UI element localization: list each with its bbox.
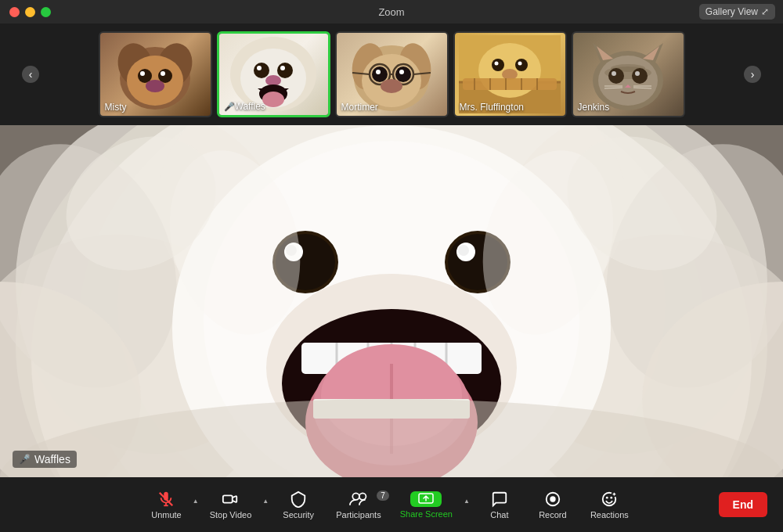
unmute-label: Unmute bbox=[151, 510, 182, 519]
stop-video-label: Stop Video bbox=[210, 510, 252, 519]
end-label: End bbox=[733, 498, 753, 511]
svg-point-123 bbox=[550, 496, 555, 501]
svg-point-60 bbox=[635, 71, 640, 76]
thumbnails-list: Misty 🎤 Waffles bbox=[44, 31, 739, 117]
chat-button[interactable]: Chat bbox=[473, 486, 526, 524]
svg-point-38 bbox=[495, 62, 499, 66]
reactions-button[interactable]: Reactions bbox=[579, 486, 640, 524]
stop-video-button[interactable]: Stop Video bbox=[202, 486, 260, 524]
microphone-icon bbox=[157, 491, 175, 508]
thumbnail-name-mortimer: Mortimer bbox=[341, 102, 378, 113]
end-button[interactable]: End bbox=[719, 492, 767, 517]
svg-point-52 bbox=[598, 56, 658, 106]
stop-video-arrow[interactable]: ▲ bbox=[259, 493, 272, 517]
chat-label: Chat bbox=[490, 510, 508, 519]
record-button[interactable]: Record bbox=[526, 486, 579, 524]
security-button[interactable]: Security bbox=[272, 486, 325, 524]
svg-point-120 bbox=[359, 493, 366, 500]
share-screen-icon-wrap bbox=[410, 491, 442, 507]
unmute-split-button[interactable]: Unmute ▲ bbox=[143, 486, 201, 524]
unmute-button[interactable]: Unmute bbox=[143, 486, 189, 524]
maximize-button[interactable] bbox=[41, 7, 51, 17]
participants-label: Participants bbox=[336, 510, 381, 519]
svg-point-15 bbox=[265, 75, 281, 86]
window-controls bbox=[9, 7, 51, 17]
share-screen-arrow[interactable]: ▲ bbox=[460, 493, 473, 517]
thumbnail-waffles[interactable]: 🎤 Waffles bbox=[217, 31, 330, 117]
svg-point-56 bbox=[632, 68, 648, 84]
share-screen-button[interactable]: Share Screen bbox=[392, 487, 460, 523]
thumbnail-mortimer[interactable]: Mortimer bbox=[335, 31, 449, 117]
reactions-label: Reactions bbox=[590, 510, 629, 519]
close-button[interactable] bbox=[9, 7, 20, 17]
svg-point-23 bbox=[395, 66, 411, 82]
svg-point-119 bbox=[352, 493, 359, 500]
prev-thumbnail-button[interactable]: ‹ bbox=[22, 66, 39, 83]
expand-icon: ⤢ bbox=[761, 6, 769, 17]
thumbnail-misty[interactable]: Misty bbox=[99, 31, 212, 117]
participants-icon bbox=[349, 491, 368, 508]
camera-icon bbox=[222, 491, 239, 508]
chat-icon bbox=[491, 491, 508, 508]
participants-button-wrap: Participants 7 bbox=[325, 486, 392, 524]
titlebar: Zoom Gallery View ⤢ bbox=[0, 0, 783, 23]
svg-point-11 bbox=[254, 63, 269, 78]
svg-point-25 bbox=[399, 70, 404, 74]
svg-point-39 bbox=[518, 62, 522, 66]
svg-point-6 bbox=[140, 71, 145, 76]
gallery-view-button[interactable]: Gallery View ⤢ bbox=[699, 4, 775, 20]
next-thumbnail-button[interactable]: › bbox=[744, 66, 761, 83]
main-video-name-badge: 🎤 Waffles bbox=[13, 451, 77, 468]
svg-rect-118 bbox=[223, 495, 233, 502]
svg-point-22 bbox=[372, 66, 388, 82]
svg-point-125 bbox=[606, 496, 608, 498]
thumbnail-name-waffles: Waffles bbox=[235, 101, 265, 112]
participants-count-badge: 7 bbox=[377, 491, 389, 501]
thumbnail-name-misty: Misty bbox=[105, 102, 127, 113]
thumbnail-jenkins[interactable]: Jenkins bbox=[572, 31, 685, 117]
unmute-arrow[interactable]: ▲ bbox=[189, 493, 202, 517]
waffles-mic-icon: 🎤 bbox=[224, 102, 235, 112]
record-icon bbox=[544, 491, 561, 508]
svg-point-12 bbox=[277, 63, 293, 78]
svg-point-126 bbox=[611, 496, 613, 498]
svg-point-31 bbox=[381, 79, 402, 93]
svg-point-40 bbox=[502, 69, 518, 80]
stop-video-split-button[interactable]: Stop Video ▲ bbox=[202, 486, 272, 524]
svg-point-7 bbox=[161, 71, 165, 76]
svg-point-55 bbox=[608, 68, 624, 84]
svg-point-4 bbox=[138, 69, 152, 83]
record-label: Record bbox=[539, 510, 566, 519]
main-video: 🎤 Waffles bbox=[0, 125, 783, 477]
gallery-view-label: Gallery View bbox=[705, 6, 758, 17]
svg-point-90 bbox=[458, 245, 469, 256]
svg-point-13 bbox=[257, 66, 262, 70]
app-title: Zoom bbox=[378, 6, 404, 18]
security-label: Security bbox=[283, 510, 314, 519]
svg-point-36 bbox=[492, 59, 504, 71]
reactions-icon bbox=[601, 491, 618, 508]
thumbnails-bar: ‹ Misty bbox=[0, 23, 783, 125]
svg-rect-41 bbox=[463, 78, 557, 90]
shield-icon bbox=[290, 491, 307, 508]
main-video-svg bbox=[0, 125, 783, 477]
thumbnail-name-jenkins: Jenkins bbox=[578, 102, 610, 113]
svg-point-37 bbox=[515, 59, 528, 71]
svg-point-14 bbox=[280, 66, 285, 70]
toolbar: Unmute ▲ Stop Video ▲ Security bbox=[0, 477, 783, 532]
svg-point-8 bbox=[146, 80, 164, 92]
main-speaker-name: Waffles bbox=[34, 453, 70, 466]
thumbnail-fluffington[interactable]: Mrs. Fluffington bbox=[453, 31, 567, 117]
share-screen-split-button[interactable]: Share Screen ▲ bbox=[392, 487, 473, 523]
svg-point-17 bbox=[262, 92, 284, 107]
share-screen-icon bbox=[418, 493, 434, 505]
share-screen-label: Share Screen bbox=[400, 509, 453, 519]
svg-point-24 bbox=[376, 70, 381, 74]
main-mic-off-icon: 🎤 bbox=[19, 454, 31, 465]
thumbnail-name-fluffington: Mrs. Fluffington bbox=[460, 102, 524, 113]
svg-point-5 bbox=[158, 69, 172, 83]
minimize-button[interactable] bbox=[25, 7, 35, 17]
svg-point-59 bbox=[612, 71, 616, 76]
